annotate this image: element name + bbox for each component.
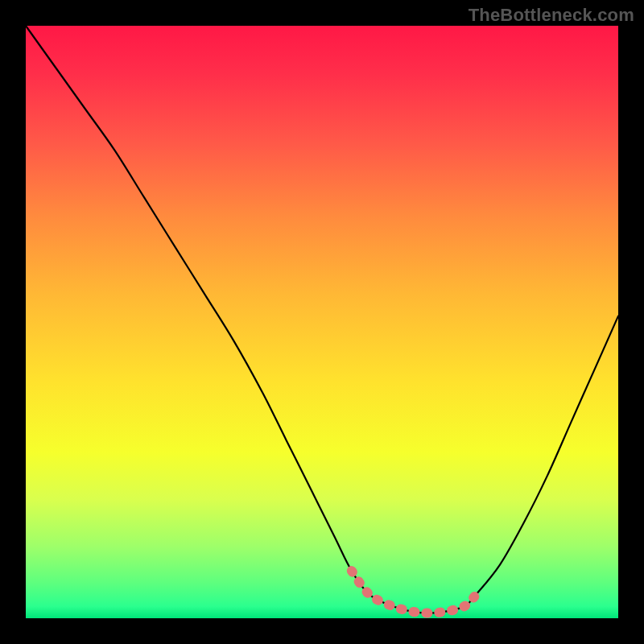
chart-frame: TheBottleneck.com [0,0,644,644]
curve-svg [26,26,618,618]
bottleneck-curve-path [26,26,618,613]
watermark-text: TheBottleneck.com [469,5,634,26]
plot-gradient-area [26,26,618,618]
bottleneck-curve-highlight [352,571,477,613]
